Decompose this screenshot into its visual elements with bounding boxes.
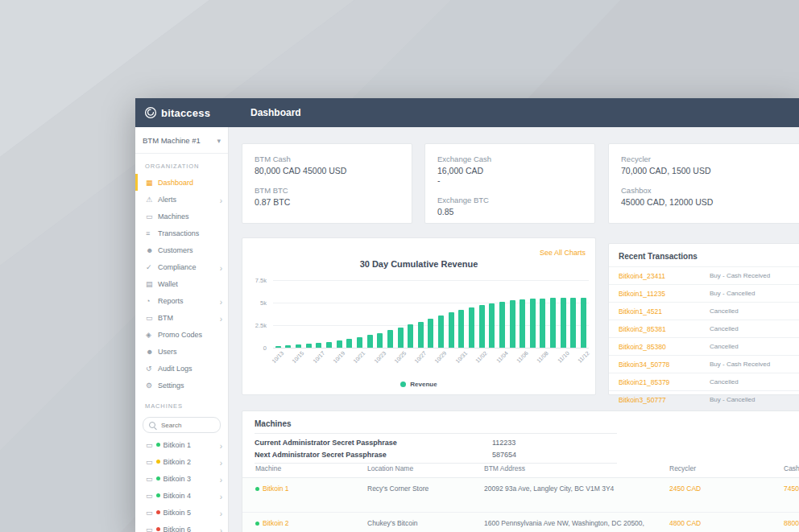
sidebar-item-reports[interactable]: Reports xyxy=(135,292,228,309)
revenue-bar xyxy=(357,337,362,348)
bar-slot xyxy=(365,280,375,348)
page-title: Dashboard xyxy=(250,107,301,118)
revenue-bar xyxy=(377,333,383,348)
machine-status-dot xyxy=(156,443,160,447)
chevron-right-icon xyxy=(220,294,222,308)
chevron-right-icon xyxy=(220,260,222,274)
stat-value: 0.87 BTC xyxy=(255,197,400,207)
org-nav: Dashboard Alerts Machines Transactions xyxy=(135,174,228,394)
stat-label: Exchange Cash xyxy=(437,155,582,163)
sidebar-machine-item[interactable]: Bitkoin 1 xyxy=(135,436,228,453)
brand[interactable]: bitaccess xyxy=(135,106,238,119)
stat-label: BTM BTC xyxy=(255,186,400,195)
stat-value: - xyxy=(437,175,582,185)
machines-table-row[interactable]: Bitkoin 2 Chukey's Bitcoin 1600 Pennsylv… xyxy=(242,513,799,532)
stat-value: 45000 CAD, 12000 USD xyxy=(621,197,799,207)
legend-dot xyxy=(400,381,406,387)
transaction-id-link[interactable]: Bitkoin1_4521 xyxy=(619,307,710,315)
machines-table-header: Machine Location Name BTM Address Recycl… xyxy=(242,460,799,478)
y-tick-label: 0 xyxy=(263,344,267,352)
sidebar-item-label: Compliance xyxy=(158,263,220,271)
revenue-bar xyxy=(398,328,404,348)
sidebar-item-btm[interactable]: BTM xyxy=(135,309,228,326)
bar-slot xyxy=(466,280,477,348)
bar-slot xyxy=(385,280,395,348)
sidebar-item-settings[interactable]: Settings xyxy=(135,377,228,394)
transaction-id-link[interactable]: Bitkoin3_50777 xyxy=(619,396,710,404)
bar-slot xyxy=(304,280,314,348)
machine-link[interactable]: Bitkoin 1 xyxy=(263,485,289,493)
sidebar-item-compliance[interactable]: Compliance xyxy=(135,258,228,275)
x-tick-label: 10/31 xyxy=(454,350,468,364)
transaction-row[interactable]: Bitkoin3_50777 Buy - Cancelled xyxy=(609,390,799,408)
column-header: Location Name xyxy=(367,464,413,472)
sidebar-machine-item[interactable]: Bitkoin 6 xyxy=(135,521,228,532)
machine-status-dot xyxy=(156,510,160,514)
sidebar-item-label: Audit Logs xyxy=(158,365,222,373)
transaction-id-link[interactable]: Bitkoin2_85381 xyxy=(619,325,710,333)
machine-status-dot xyxy=(255,487,259,491)
revenue-bar xyxy=(510,300,515,348)
transaction-id-link[interactable]: Bitkoin21_85379 xyxy=(619,378,710,386)
sidebar-item-label: Customers xyxy=(158,246,222,254)
sidebar-item-label: Machines xyxy=(158,212,222,221)
sidebar-item-promo-codes[interactable]: Promo Codes xyxy=(135,326,228,343)
x-tick-label: 11/10 xyxy=(557,350,570,364)
transaction-row[interactable]: Bitkoin21_85379 Cancelled xyxy=(609,373,799,390)
search-input[interactable] xyxy=(159,421,214,430)
sidebar-item-label: Users xyxy=(158,348,222,356)
cashbox-cell: 7450 CAD xyxy=(784,485,799,493)
transaction-row[interactable]: Bitkoin1_11235 Buy - Cancelled xyxy=(609,284,799,302)
sidebar-item-transactions[interactable]: Transactions xyxy=(135,225,228,241)
organization-section-label: ORGANIZATION xyxy=(135,154,228,174)
machines-table-row[interactable]: Bitkoin 1 Recy's Corner Store 20092 93a … xyxy=(242,478,799,513)
sidebar-item-machines[interactable]: Machines xyxy=(135,208,228,225)
sidebar-item-users[interactable]: Users xyxy=(135,343,228,360)
y-axis: 7.5k5k2.5k0 xyxy=(247,280,270,348)
transaction-id-link[interactable]: Bitkoin4_23411 xyxy=(619,272,710,280)
gear-icon xyxy=(146,381,158,390)
chart-legend[interactable]: Revenue xyxy=(242,381,595,388)
x-tick-label: 10/17 xyxy=(312,350,325,364)
sidebar-machine-item[interactable]: Bitkoin 2 xyxy=(135,453,228,470)
chart-title: 30 Day Cumulative Revenue xyxy=(242,259,595,269)
transaction-row[interactable]: Bitkoin34_50778 Buy - Cash Received xyxy=(609,355,799,373)
transaction-id-link[interactable]: Bitkoin2_85380 xyxy=(619,343,710,351)
x-tick-label: 10/15 xyxy=(292,350,305,364)
column-header: BTM Address xyxy=(484,464,663,472)
see-all-charts-link[interactable]: See All Charts xyxy=(540,249,586,257)
transaction-status: Cancelled xyxy=(710,378,739,386)
current-passphrase-row: Current Administrator Secret Passphrase … xyxy=(255,436,617,448)
x-tick-label: 10/29 xyxy=(433,350,447,364)
machine-selector[interactable]: BTM Machine #1 xyxy=(135,127,228,154)
transaction-row[interactable]: Bitkoin2_85380 Cancelled xyxy=(609,337,799,355)
chevron-right-icon xyxy=(220,522,222,532)
brand-name: bitaccess xyxy=(161,107,210,119)
revenue-bar xyxy=(469,307,474,348)
transaction-row[interactable]: Bitkoin2_85381 Cancelled xyxy=(609,320,799,337)
revenue-bar xyxy=(387,330,393,348)
sidebar-item-customers[interactable]: Customers xyxy=(135,241,228,258)
x-tick-label: 11/12 xyxy=(577,350,590,364)
revenue-bar xyxy=(489,303,495,348)
machine-item-label: Bitkoin 6 xyxy=(164,526,217,532)
sidebar-machine-item[interactable]: Bitkoin 5 xyxy=(135,504,228,521)
sidebar-item-wallet[interactable]: Wallet xyxy=(135,275,228,292)
monitor-icon xyxy=(146,458,153,466)
transaction-row[interactable]: Bitkoin1_4521 Cancelled xyxy=(609,302,799,320)
revenue-chart-card: See All Charts 30 Day Cumulative Revenue… xyxy=(242,237,596,395)
sidebar-machine-item[interactable]: Bitkoin 3 xyxy=(135,470,228,487)
users-icon xyxy=(146,348,158,356)
tag-icon xyxy=(146,331,158,339)
sidebar-item-alerts[interactable]: Alerts xyxy=(135,191,228,208)
machine-item-label: Bitkoin 2 xyxy=(164,458,217,466)
stat-value: 16,000 CAD xyxy=(437,166,582,175)
app-window: bitaccess Dashboard BTM Machine #1 ORGAN… xyxy=(135,98,799,532)
sidebar-machine-item[interactable]: Bitkoin 4 xyxy=(135,487,228,504)
sidebar-item-audit-logs[interactable]: Audit Logs xyxy=(135,360,228,377)
sidebar-item-dashboard[interactable]: Dashboard xyxy=(135,174,228,191)
transaction-row[interactable]: Bitkoin4_23411 Buy - Cash Received xyxy=(609,266,799,284)
machine-link[interactable]: Bitkoin 2 xyxy=(263,519,289,527)
transaction-id-link[interactable]: Bitkoin1_11235 xyxy=(619,290,710,298)
transaction-id-link[interactable]: Bitkoin34_50778 xyxy=(619,361,710,369)
